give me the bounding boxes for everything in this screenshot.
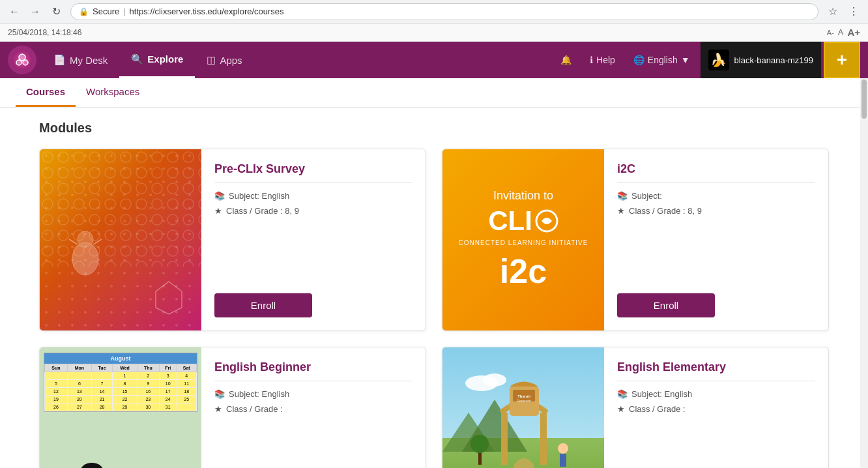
enroll-button-pre-clix[interactable]: Enroll [214, 293, 312, 317]
course-thumbnail-pre-clix [40, 149, 201, 330]
notifications-button[interactable]: 🔔 [553, 42, 579, 78]
enroll-button-i2c[interactable]: Enroll [617, 293, 715, 317]
svg-point-6 [78, 231, 93, 247]
course-meta-grade-pre-clix: ★ Class / Grade : 8, 9 [214, 206, 412, 216]
svg-point-26 [558, 443, 568, 454]
course-meta-subject-pre-clix: 📚 Subject: English [214, 191, 412, 201]
svg-point-31 [483, 373, 506, 387]
course-thumbnail-english-elementary: Thanni Reservoir [442, 347, 604, 468]
grade-icon-english-beginner: ★ [214, 404, 222, 414]
datetime-value: 25/04/2018, 14:18:46 [8, 28, 81, 37]
course-subject-english-elementary: Subject: English [631, 389, 692, 399]
calendar-month: August [44, 353, 197, 364]
thumb-pre-clix-visual [40, 149, 201, 330]
address-bar[interactable]: 🔒 Secure | https://clixserver.tiss.edu/e… [70, 3, 818, 20]
course-subject-i2c: Subject: [631, 191, 662, 201]
course-info-english-elementary: English Elementary 📚 Subject: English ★ … [604, 347, 828, 468]
username-label: black-banana-mz199 [734, 55, 813, 65]
thumb-village-visual: Thanni Reservoir [442, 347, 604, 468]
info-icon: ℹ [590, 55, 593, 65]
grade-icon-i2c: ★ [617, 206, 625, 216]
globe-icon: 🌐 [633, 55, 644, 65]
main-content: Modules [0, 108, 868, 468]
menu-button[interactable]: ⋮ [845, 3, 863, 21]
course-info-english-beginner: English Beginner 📚 Subject: English ★ Cl… [201, 347, 426, 468]
secure-label: Secure [93, 7, 119, 16]
tab-workspaces[interactable]: Workspaces [76, 78, 150, 107]
thumb-invite-text: Invitation to [493, 189, 553, 203]
svg-point-1 [16, 60, 22, 65]
logo-button[interactable] [8, 46, 36, 74]
chevron-down-icon: ▼ [681, 55, 690, 65]
book-icon-english-beginner: 📚 [214, 389, 225, 399]
course-info-pre-clix: Pre-CLIx Survey 📚 Subject: English ★ Cla… [201, 149, 426, 330]
scrollbar[interactable] [860, 78, 868, 468]
course-info-i2c: i2C 📚 Subject: ★ Class / Grade : 8, 9 En… [604, 149, 828, 330]
svg-line-7 [69, 239, 78, 244]
course-title-english-elementary: English Elementary [617, 360, 815, 381]
course-grade-pre-clix: Class / Grade : 8, 9 [226, 206, 299, 216]
nav-my-desk[interactable]: 📄 My Desk [42, 42, 119, 78]
course-grade-i2c: Class / Grade : 8, 9 [629, 206, 702, 216]
font-increase[interactable]: A+ [847, 27, 860, 38]
course-meta-grade-english-beginner: ★ Class / Grade : [214, 404, 412, 414]
thumb-i2c-big: i2c [500, 252, 547, 291]
svg-point-2 [23, 60, 28, 65]
forward-button[interactable]: → [26, 3, 44, 21]
course-subject-pre-clix: Subject: English [229, 191, 289, 201]
course-card-english-elementary: Thanni Reservoir [442, 347, 829, 468]
nav-apps[interactable]: ◫ Apps [195, 42, 253, 78]
svg-rect-27 [560, 454, 566, 467]
desk-icon: 📄 [53, 54, 66, 66]
reload-button[interactable]: ↻ [47, 3, 65, 21]
datetime-bar: 25/04/2018, 14:18:46 A- A A+ [0, 23, 868, 42]
user-button[interactable]: 🍌 black-banana-mz199 [701, 42, 821, 78]
url-text: https://clixserver.tiss.edu/explore/cour… [130, 7, 284, 16]
book-icon: 📚 [214, 191, 225, 201]
nav-explore[interactable]: 🔍 Explore [119, 42, 195, 78]
course-meta-subject-english-beginner: 📚 Subject: English [214, 389, 412, 399]
svg-rect-20 [501, 413, 508, 465]
sub-navigation: Courses Workspaces [0, 78, 868, 108]
thumb-i2c-visual: Invitation to CLI CONNECTED LEARNING INI… [442, 149, 604, 330]
svg-rect-21 [540, 413, 547, 465]
course-subject-english-beginner: Subject: English [229, 389, 289, 399]
bookmark-button[interactable]: ☆ [824, 3, 842, 21]
cli-logo-icon [535, 209, 558, 233]
help-button[interactable]: ℹ Help [582, 42, 623, 78]
course-thumbnail-i2c: Invitation to CLI CONNECTED LEARNING INI… [442, 149, 604, 330]
village-svg: Thanni Reservoir [442, 347, 604, 468]
course-card-english-beginner: August Sun Mon Tue Wed Thu Fri Sat [39, 347, 426, 468]
tab-courses[interactable]: Courses [16, 78, 76, 107]
thumb-subtitle: CONNECTED LEARNING INITIATIVE [459, 239, 588, 246]
top-navigation: 📄 My Desk 🔍 Explore ◫ Apps 🔔 ℹ Help 🌐 En… [0, 42, 868, 78]
nav-explore-label: Explore [147, 53, 183, 65]
scrollbar-thumb[interactable] [861, 80, 867, 119]
secure-icon: 🔒 [79, 7, 89, 16]
svg-text:Reservoir: Reservoir [517, 399, 531, 403]
language-label: English [648, 55, 678, 65]
svg-point-29 [470, 435, 489, 453]
language-button[interactable]: 🌐 English ▼ [626, 42, 698, 78]
font-controls: A- A A+ [827, 27, 860, 38]
courses-grid: Pre-CLIx Survey 📚 Subject: English ★ Cla… [39, 149, 829, 468]
nav-my-desk-label: My Desk [70, 55, 108, 66]
browser-bar: ← → ↻ 🔒 Secure | https://clixserver.tiss… [0, 0, 868, 23]
add-button[interactable]: + [824, 42, 860, 78]
course-meta-subject-english-elementary: 📚 Subject: English [617, 389, 815, 399]
url-separator: | [123, 7, 125, 16]
explore-icon: 🔍 [131, 53, 143, 65]
nav-apps-label: Apps [220, 55, 242, 66]
thumb-calendar-visual: August Sun Mon Tue Wed Thu Fri Sat [40, 347, 201, 468]
course-grade-english-elementary: Class / Grade : [629, 404, 686, 414]
grade-icon-english-elementary: ★ [617, 404, 625, 414]
font-decrease[interactable]: A- [827, 29, 834, 37]
course-title-english-beginner: English Beginner [214, 360, 412, 381]
svg-marker-9 [156, 282, 182, 314]
thumb-cli-text: CLI [488, 205, 558, 237]
modules-title: Modules [39, 121, 829, 136]
back-button[interactable]: ← [5, 3, 23, 21]
apps-icon: ◫ [207, 54, 216, 66]
user-avatar: 🍌 [708, 50, 729, 70]
font-normal[interactable]: A [838, 27, 844, 37]
